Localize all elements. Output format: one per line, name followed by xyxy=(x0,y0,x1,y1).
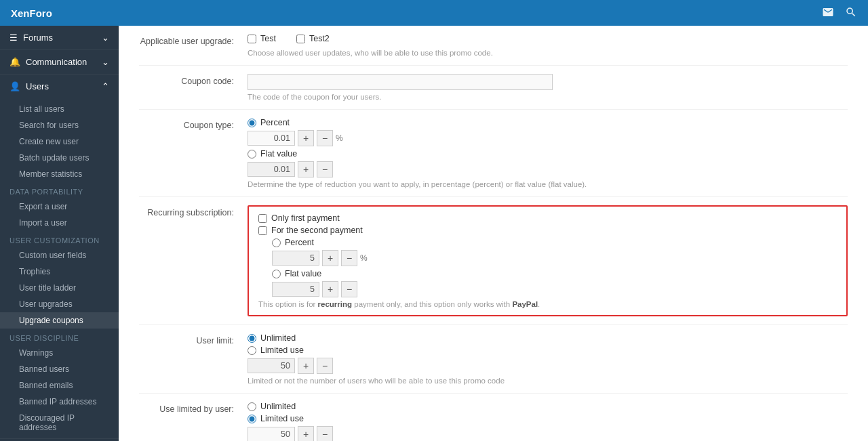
coupon-code-controls: The code of the coupon for your users. xyxy=(248,74,848,101)
sidebar-item-banned-ip-addresses[interactable]: Banned IP addresses xyxy=(0,394,119,410)
coupon-flat-radio-row: Flat value xyxy=(248,149,848,159)
recurring-flat-plus-button[interactable]: + xyxy=(322,281,338,297)
sidebar-item-communication[interactable]: 🔔 Communication ⌄ xyxy=(0,50,119,74)
sidebar-item-import-a-user[interactable]: Import a user xyxy=(0,215,119,231)
recurring-only-first-checkbox[interactable] xyxy=(258,214,267,223)
recurring-for-second-checkbox[interactable] xyxy=(258,226,267,235)
use-limited-plus-button[interactable]: + xyxy=(298,426,314,441)
sidebar-section-forums: ☰ Forums ⌄ xyxy=(0,26,119,50)
search-icon[interactable] xyxy=(845,6,857,20)
applicable-user-upgrade-row: Applicable user upgrade: Test Test2 xyxy=(139,26,848,66)
coupon-flat-input[interactable] xyxy=(248,162,295,177)
coupon-type-hint: Determine the type of reduction you want… xyxy=(248,180,848,188)
recurring-hint-pre: This option is for xyxy=(258,300,318,308)
main-content: Applicable user upgrade: Test Test2 xyxy=(119,26,868,441)
recurring-hint: This option is for recurring payment onl… xyxy=(258,300,837,308)
sidebar-item-batch-update-users[interactable]: Batch update users xyxy=(0,150,119,166)
recurring-type-options: Percent + − % Flat val xyxy=(272,238,837,297)
coupon-type-row: Coupon type: Percent + − % xyxy=(139,110,848,197)
user-limit-hint: Limited or not the number of users who w… xyxy=(248,377,848,385)
coupon-flat-radio[interactable] xyxy=(248,150,256,159)
sidebar-item-export-a-user[interactable]: Export a user xyxy=(0,198,119,215)
recurring-percent-label: Percent xyxy=(285,238,314,247)
recurring-flat-radio-row: Flat value xyxy=(272,269,837,278)
coupon-percent-radio[interactable] xyxy=(248,119,256,127)
recurring-flat-input[interactable] xyxy=(272,282,319,297)
sidebar-item-list-all-users[interactable]: List all users xyxy=(0,101,119,117)
coupon-code-label: Coupon code: xyxy=(139,74,248,86)
recurring-flat-radio[interactable] xyxy=(272,270,281,278)
users-submenu: List all users Search for users Create n… xyxy=(0,98,119,438)
recurring-percent-radio[interactable] xyxy=(272,238,281,247)
user-limit-minus-button[interactable]: − xyxy=(317,358,333,374)
use-limited-unlimited-label: Unlimited xyxy=(260,402,296,411)
sidebar-item-user-upgrades[interactable]: User upgrades xyxy=(0,296,119,312)
coupon-percent-input[interactable] xyxy=(248,131,295,146)
top-nav: XenForo xyxy=(0,0,868,26)
coupon-percent-label: Percent xyxy=(260,118,290,127)
recurring-box: Only first payment For the second paymen… xyxy=(248,205,848,316)
upgrade-checks: Test Test2 xyxy=(248,34,848,46)
sidebar-item-search-for-users[interactable]: Search for users xyxy=(0,117,119,133)
sidebar-item-custom-user-fields[interactable]: Custom user fields xyxy=(0,247,119,264)
use-limited-by-user-row: Use limited by user: Unlimited Limited u… xyxy=(139,394,848,441)
use-limited-by-user-label: Use limited by user: xyxy=(139,402,248,414)
notifications-icon[interactable] xyxy=(822,6,834,20)
coupon-percent-unit: % xyxy=(336,133,343,143)
data-portability-group-label: Data portability xyxy=(0,182,119,198)
user-limit-limited-label: Limited use xyxy=(260,345,304,355)
upgrade-option1-checkbox[interactable] xyxy=(248,35,256,43)
sidebar-item-forums[interactable]: ☰ Forums ⌄ xyxy=(0,26,119,49)
user-limit-limited-radio[interactable] xyxy=(248,346,256,355)
use-limited-limited-radio[interactable] xyxy=(248,415,256,423)
use-limited-value-row: + − xyxy=(248,426,848,441)
sidebar-item-banned-emails[interactable]: Banned emails xyxy=(0,377,119,394)
recurring-for-second-label: For the second payment xyxy=(271,226,363,235)
sidebar-item-warnings[interactable]: Warnings xyxy=(0,345,119,361)
sidebar-item-discouraged-ip-addresses[interactable]: Discouraged IP addresses xyxy=(0,410,119,436)
user-limit-value-row: + − xyxy=(248,358,848,374)
recurring-subscription-controls: Only first payment For the second paymen… xyxy=(248,205,848,316)
sidebar-item-users-header[interactable]: 👤 Users ⌃ xyxy=(0,75,119,98)
upgrade-option2-checkbox[interactable] xyxy=(296,35,305,43)
coupon-percent-plus-button[interactable]: + xyxy=(298,130,314,146)
user-limit-input[interactable] xyxy=(248,358,295,373)
use-limited-minus-button[interactable]: − xyxy=(317,426,333,441)
form-section: Applicable user upgrade: Test Test2 xyxy=(119,26,868,441)
use-limited-unlimited-radio[interactable] xyxy=(248,402,256,411)
top-nav-actions xyxy=(822,6,857,20)
coupon-percent-minus-button[interactable]: − xyxy=(317,130,333,146)
recurring-percent-unit: % xyxy=(360,253,368,263)
upgrade-hint: Choose allowed user updates, who will be… xyxy=(248,49,848,57)
user-limit-plus-button[interactable]: + xyxy=(298,358,314,374)
use-limited-input[interactable] xyxy=(248,427,295,441)
recurring-percent-input[interactable] xyxy=(272,251,319,266)
user-limit-row: User limit: Unlimited Limited use + xyxy=(139,325,848,394)
sidebar-section-users: 👤 Users ⌃ List all users Search for user… xyxy=(0,75,119,439)
sidebar-item-banned-users[interactable]: Banned users xyxy=(0,361,119,377)
recurring-subscription-row: Recurring subscription: Only first payme… xyxy=(139,197,848,325)
user-limit-unlimited-radio[interactable] xyxy=(248,334,256,343)
coupon-flat-minus-button[interactable]: − xyxy=(317,161,333,177)
sidebar-item-user-title-ladder[interactable]: User title ladder xyxy=(0,280,119,296)
sidebar-item-create-new-user[interactable]: Create new user xyxy=(0,133,119,150)
applicable-user-upgrade-label: Applicable user upgrade: xyxy=(139,34,248,46)
sidebar-item-trophies[interactable]: Trophies xyxy=(0,264,119,280)
upgrade-option2-label: Test2 xyxy=(309,34,330,43)
recurring-percent-minus-button[interactable]: − xyxy=(341,250,357,266)
recurring-percent-value-row: + − % xyxy=(272,250,837,266)
use-limited-limited-label: Limited use xyxy=(260,414,304,423)
recurring-only-first-label: Only first payment xyxy=(271,213,340,223)
coupon-code-input[interactable] xyxy=(248,74,553,90)
recurring-hint-paypal: PayPal xyxy=(512,300,538,308)
recurring-hint-mid: payment only, and this option only works… xyxy=(352,300,512,308)
user-customization-group-label: User customization xyxy=(0,231,119,247)
recurring-flat-minus-button[interactable]: − xyxy=(341,281,357,297)
coupon-flat-label: Flat value xyxy=(260,149,297,159)
sidebar-item-member-statistics[interactable]: Member statistics xyxy=(0,166,119,182)
recurring-percent-plus-button[interactable]: + xyxy=(322,250,338,266)
sidebar-section-communication: 🔔 Communication ⌄ xyxy=(0,50,119,75)
coupon-flat-plus-button[interactable]: + xyxy=(298,161,314,177)
sidebar-item-upgrade-coupons[interactable]: Upgrade coupons xyxy=(0,312,119,329)
user-limit-label: User limit: xyxy=(139,333,248,345)
